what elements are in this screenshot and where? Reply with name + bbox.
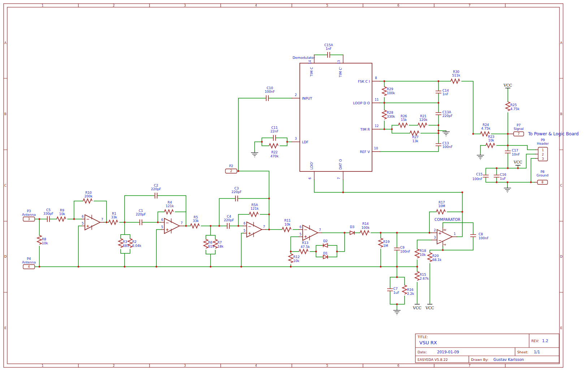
diode-D2[interactable]: D2 (323, 239, 328, 247)
resistor-R10[interactable]: R10200k (83, 191, 93, 203)
resistor-R15[interactable]: R152.67k (415, 271, 429, 280)
port-P8[interactable]: P8 Ground 8 (536, 170, 548, 184)
capacitor-C11[interactable]: C1122nF (271, 126, 278, 141)
capacitor-C4[interactable]: C4220pF (224, 215, 234, 229)
demodulator-label: Demodulator (293, 56, 315, 60)
capacitor-C16[interactable]: C161uF (494, 173, 506, 180)
capacitor-C3[interactable]: C3220pF (232, 187, 242, 201)
svg-text:220pF: 220pF (151, 187, 161, 191)
capacitor-C13A[interactable]: C13A220pF (436, 110, 453, 118)
port-P3[interactable]: P3 Antenna 3 (22, 209, 36, 221)
resistor-R8[interactable]: R810k (37, 235, 48, 245)
svg-text:P2: P2 (229, 164, 233, 168)
capacitor-C15A[interactable]: C15A1nF (324, 43, 333, 58)
resistor-R3[interactable]: R3681 (118, 239, 129, 248)
capacitor-C14[interactable]: C141nF (436, 89, 449, 96)
wires[interactable] (35, 55, 538, 309)
sheet-title: VSU RX (419, 340, 437, 345)
svg-text:470k: 470k (271, 154, 279, 158)
border-row: A (4, 41, 7, 45)
date-value: 2019-01-09 (437, 350, 459, 354)
svg-text:R7: R7 (217, 241, 222, 244)
svg-text:R6: R6 (208, 241, 212, 244)
svg-text:C3: C3 (234, 187, 239, 190)
svg-text:2.2k: 2.2k (407, 292, 414, 296)
opamp-4[interactable]: − + 6 5 7 (299, 225, 321, 240)
resistor-R27[interactable]: R2713k (410, 131, 419, 143)
resistor-R29[interactable]: R29100k (382, 87, 395, 96)
minus-sign: − (438, 238, 441, 243)
pin-number: 7 (181, 221, 182, 225)
resistor-R20[interactable]: R2068.1k (428, 253, 442, 262)
resistor-R19[interactable]: R191M (379, 238, 390, 248)
svg-text:18k: 18k (217, 245, 224, 248)
pin-name-ldo: LDO' (310, 161, 314, 170)
resistor-R21[interactable]: R21120k (418, 114, 428, 127)
resistor-R28[interactable]: R28330k (382, 110, 395, 119)
port-P2[interactable]: P2 2 (225, 164, 237, 173)
svg-text:4.75k: 4.75k (481, 127, 490, 130)
pin-number: 7 (263, 225, 265, 228)
svg-text:R3: R3 (123, 240, 127, 244)
resistor-R18[interactable]: R1810k (415, 249, 426, 258)
resistor-R9[interactable]: R910k (57, 209, 66, 221)
svg-text:C9: C9 (400, 246, 405, 249)
resistor-R5[interactable]: R533k (190, 215, 199, 228)
resistor-R24[interactable]: R244.75k (480, 123, 490, 136)
resistor-R25[interactable]: R254.75k (506, 102, 520, 111)
comparator[interactable]: COMPARATOR + − 2 3 1 8 4 (434, 218, 461, 246)
resistor-R11[interactable]: R1110k (282, 219, 291, 232)
resistor-R1[interactable]: R133k (109, 212, 118, 224)
diode-D1[interactable]: D1 (323, 252, 328, 259)
ground-icon (477, 154, 484, 160)
svg-text:VCC: VCC (503, 83, 512, 87)
svg-text:R26: R26 (401, 114, 407, 118)
svg-text:C1: C1 (139, 209, 143, 213)
svg-text:10k: 10k (59, 212, 65, 216)
rev-value: 1.2 (542, 339, 548, 343)
resistor-R17[interactable]: R1710M (436, 201, 445, 214)
port-P7[interactable]: P7 Signal 7 (514, 123, 524, 136)
port-P4[interactable]: P4 Antenna 4 (22, 257, 36, 269)
resistor-R23[interactable]: R2310k (486, 135, 495, 148)
opamp-3[interactable]: − + 6 5 7 (243, 222, 265, 237)
border-row: E (560, 326, 562, 330)
opamp-2[interactable]: − + 6 5 7 (161, 218, 182, 233)
border-row: C (560, 184, 562, 187)
capacitor-C9[interactable]: C9100nF (394, 246, 410, 253)
svg-text:220pF: 220pF (224, 218, 234, 222)
pin-number: 6 (82, 215, 83, 218)
capacitor-C15[interactable]: C15100nF (472, 173, 489, 181)
resistor-R2[interactable]: R26.04k (128, 239, 142, 248)
capacitor-C17[interactable]: C1710nF (505, 149, 520, 156)
resistor-R22[interactable]: R22470k (269, 144, 279, 158)
header-P9[interactable]: P9 Header 1 2 3 (537, 138, 549, 161)
capacitor-C7[interactable]: C71uF (387, 287, 399, 294)
resistor-R5A[interactable]: R5A121k (249, 203, 259, 217)
resistor-R14[interactable]: R14100k (360, 222, 370, 235)
svg-text:10k: 10k (293, 259, 299, 263)
resistor-R26[interactable]: R2615k (398, 114, 407, 127)
capacitor-C13[interactable]: C13100nF (436, 141, 453, 149)
svg-text:C15: C15 (476, 173, 483, 176)
svg-text:4: 4 (28, 265, 30, 269)
resistor-R13[interactable]: R1347.5k (299, 241, 310, 254)
diode-D3[interactable]: D3 (350, 225, 355, 235)
pin-number: 5 (161, 225, 163, 229)
vcc-symbol: VCC (503, 83, 512, 88)
opamp-1[interactable]: − + 6 5 7 (82, 215, 103, 230)
demodulator-ic[interactable]: Demodulator 2 INPUT 3 LDF 8 FSK C I 11 L… (293, 56, 379, 179)
schematic-canvas[interactable]: 1 2 3 4 5 6 7 1 2 3 4 5 6 7 A B C D E A … (0, 0, 588, 371)
capacitor-C10[interactable]: C10100nF (265, 86, 275, 101)
minus-sign: − (248, 224, 251, 229)
resistor-R16[interactable]: R162.2k (402, 285, 414, 296)
svg-text:C14: C14 (442, 89, 449, 92)
resistor-R7[interactable]: R718k (213, 239, 224, 248)
resistor-R4[interactable]: R4121k (164, 201, 174, 214)
resistor-R30[interactable]: R30511k (451, 70, 461, 83)
resistor-R12[interactable]: R1210k (289, 254, 300, 263)
capacitor-C5[interactable]: C5330pF (43, 208, 53, 222)
capacitor-C1[interactable]: C1220pF (136, 209, 146, 225)
resistor-R6[interactable]: R6619 (204, 239, 214, 248)
capacitor-C2[interactable]: C2220pF (151, 184, 161, 198)
